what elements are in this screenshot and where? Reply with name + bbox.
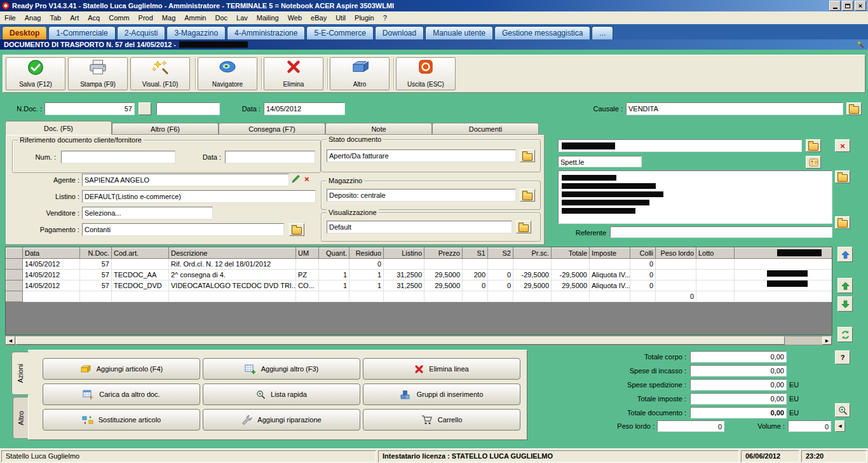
row-selector-cell[interactable]	[6, 259, 23, 270]
cell[interactable]	[424, 259, 463, 270]
cell[interactable]: 14/05/2012	[23, 270, 80, 280]
cell[interactable]: 0	[349, 259, 384, 270]
cell[interactable]	[513, 291, 552, 302]
cell[interactable]: CO...	[296, 280, 319, 291]
cell[interactable]: Rif. Ord.cl. N. 12 del 18/01/2012	[169, 259, 296, 270]
move-line-up-button[interactable]	[837, 247, 853, 262]
navigator-button[interactable]: Navigatore	[198, 57, 257, 90]
column-header[interactable]: Prezzo	[424, 248, 463, 259]
cell[interactable]: 57	[80, 259, 112, 270]
menu-item[interactable]: Comm	[104, 12, 133, 24]
other-button[interactable]: Altro	[330, 57, 390, 90]
cell[interactable]: -29,5000	[513, 270, 552, 280]
preview-button[interactable]: Visual. (F10)	[130, 57, 190, 90]
cell[interactable]: 2^ consegna di 4.	[169, 270, 296, 280]
ref-num-input[interactable]	[61, 151, 175, 163]
cell[interactable]: Aliquota IV...	[590, 280, 630, 291]
add-repair-button[interactable]: Aggiungi riparazione	[203, 409, 360, 431]
cell[interactable]	[23, 291, 80, 302]
cell[interactable]	[552, 259, 590, 270]
cell[interactable]	[696, 280, 735, 291]
app-tab[interactable]: Manuale utente	[425, 26, 493, 39]
magic-wand-icon[interactable]	[856, 40, 864, 51]
cell[interactable]: 1	[319, 280, 349, 291]
total-value-input[interactable]: 0,00	[690, 379, 787, 390]
menu-item[interactable]: ?	[379, 12, 391, 24]
doc-type-select[interactable]	[156, 102, 220, 115]
print-button[interactable]: Stampa (F9)	[68, 57, 128, 90]
column-header[interactable]: Listino	[384, 248, 424, 259]
row-up-button[interactable]	[837, 278, 853, 293]
cell[interactable]: 0	[488, 280, 513, 291]
column-header[interactable]: Descrizione	[169, 248, 296, 259]
agente-clear-button[interactable]: ×	[304, 175, 309, 183]
cell[interactable]: 29,5000	[424, 280, 463, 291]
doc-tab[interactable]: Note	[325, 123, 432, 135]
row-selector-cell[interactable]	[6, 270, 23, 280]
column-header[interactable]: S2	[488, 248, 513, 259]
minimize-button[interactable]	[829, 1, 841, 11]
total-value-input[interactable]: 0,00	[690, 407, 787, 418]
cell[interactable]	[590, 291, 630, 302]
cell[interactable]	[319, 291, 349, 302]
column-header[interactable]: Quant.	[319, 248, 349, 259]
magazzino-input[interactable]: Deposito: centrale	[327, 189, 516, 202]
close-button[interactable]: ×	[855, 1, 866, 11]
cell[interactable]: 0	[630, 259, 656, 270]
cell[interactable]: 31,2500	[384, 280, 424, 291]
column-header[interactable]: Residuo	[349, 248, 384, 259]
address-lookup-button[interactable]	[835, 170, 850, 183]
column-header[interactable]: Colli	[630, 248, 656, 259]
cell[interactable]	[463, 259, 488, 270]
cell[interactable]: TECDOC_AA	[112, 270, 169, 280]
table-row[interactable]: 14/05/2012 57 TECDOC_AA 2^ consegna di 4…	[6, 270, 832, 280]
app-tab[interactable]: 5-E-Commerce	[306, 26, 373, 39]
menu-item[interactable]: Plugin	[350, 12, 379, 24]
referente-input[interactable]	[610, 226, 832, 238]
column-header[interactable]: UM	[296, 248, 319, 259]
cell[interactable]: -29,5000	[552, 270, 590, 280]
save-button[interactable]: Salva (F12)	[6, 57, 65, 90]
cell[interactable]: 29,5000	[552, 280, 590, 291]
cell[interactable]	[590, 259, 630, 270]
row-selector-cell[interactable]	[6, 291, 23, 302]
cell[interactable]	[319, 259, 349, 270]
destination-lookup-button[interactable]	[835, 216, 850, 229]
replace-article-button[interactable]: Sostituzione articolo	[43, 409, 200, 431]
menu-item[interactable]: Ammin	[180, 12, 210, 24]
total-value-input[interactable]: 0,00	[690, 393, 787, 404]
insert-groups-button[interactable]: Gruppi di inserimento	[363, 384, 520, 405]
column-header[interactable]: Totale	[552, 248, 590, 259]
visualizzazione-select[interactable]: Default	[327, 221, 512, 233]
quick-list-button[interactable]: Lista rapida	[203, 384, 360, 405]
total-value-input[interactable]: 0,00	[690, 351, 787, 363]
menu-item[interactable]: Doc	[211, 12, 233, 24]
column-header[interactable]: N.Doc.	[80, 248, 112, 259]
cell[interactable]: 200	[463, 270, 488, 280]
causale-lookup-button[interactable]	[846, 102, 862, 115]
volume-input[interactable]: 0	[788, 420, 831, 432]
delete-button[interactable]: Elimina	[264, 57, 323, 90]
load-from-doc-button[interactable]: Carica da altro doc.	[43, 384, 200, 405]
menu-item[interactable]: Acq	[83, 12, 104, 24]
menu-item[interactable]: Art	[65, 12, 83, 24]
menu-item[interactable]: Mag	[158, 12, 180, 24]
zoom-totals-button[interactable]	[835, 403, 850, 417]
spettle-input[interactable]: Spett.le	[558, 156, 642, 167]
exit-button[interactable]: Uscita (ESC)	[396, 57, 456, 90]
grid-horizontal-scrollbar[interactable]: ◀ ▶	[5, 336, 832, 345]
app-tab[interactable]: 1-Commerciale	[48, 26, 115, 39]
column-header[interactable]: S1	[463, 248, 488, 259]
cell[interactable]: 0	[488, 270, 513, 280]
cell[interactable]: 0	[630, 270, 656, 280]
cell[interactable]	[80, 291, 112, 302]
doc-date-input[interactable]: 14/05/2012	[264, 102, 345, 115]
cell[interactable]	[384, 291, 424, 302]
cell[interactable]: TECDOC_DVD	[112, 280, 169, 291]
menu-item[interactable]: File	[0, 12, 20, 24]
cell[interactable]	[488, 259, 513, 270]
menu-item[interactable]: eBay	[306, 12, 331, 24]
cell[interactable]	[169, 291, 296, 302]
cell[interactable]	[656, 270, 696, 280]
customer-clear-button[interactable]: ×	[835, 139, 850, 152]
